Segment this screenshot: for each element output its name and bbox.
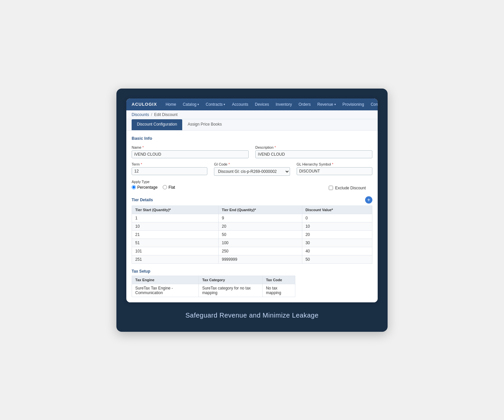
breadcrumb-edit-discount: Edit Discount — [154, 112, 178, 117]
nav-console[interactable]: Console — [367, 98, 378, 110]
gl-hierarchy-label: GL Hierarchy Symbol * — [297, 162, 372, 166]
tier-end: 50 — [218, 230, 302, 239]
nav-catalog[interactable]: Catalog ▾ — [180, 98, 202, 110]
nav-devices[interactable]: Devices — [252, 98, 273, 110]
term-input[interactable] — [132, 167, 207, 175]
radio-percentage[interactable]: Percentage — [132, 185, 157, 190]
tier-value: 50 — [302, 255, 372, 263]
name-field: Name * — [132, 145, 249, 158]
gl-code-label: Gl Code * — [214, 162, 290, 166]
name-description-row: Name * Description * — [132, 145, 372, 158]
table-row: 101 250 40 — [132, 247, 372, 255]
nav-revenue[interactable]: Revenue ▾ — [314, 98, 339, 110]
tier-col-start: Tier Start (Quantity)* — [132, 206, 219, 214]
table-row: 21 50 20 — [132, 230, 372, 239]
tier-end: 9999999 — [218, 255, 302, 263]
tier-value: 10 — [302, 222, 372, 230]
tier-details-section: Tier Details + Tier Start (Quantity)* Ti… — [132, 196, 372, 264]
breadcrumb: Discounts / Edit Discount — [126, 110, 378, 119]
chevron-down-icon: ▾ — [224, 103, 225, 106]
nav-contracts[interactable]: Contracts ▾ — [202, 98, 229, 110]
tier-value: 0 — [302, 214, 372, 222]
apply-type-label: Apply Type — [132, 180, 175, 184]
tier-header-row: Tier Details + — [132, 196, 372, 204]
navbar: ACULOGIX Home Catalog ▾ Contracts ▾ Acco… — [126, 98, 378, 110]
term-glcode-glhierarchy-row: Term * Gl Code * Discount Gl: cis-p-R269… — [132, 162, 372, 176]
tier-col-value: Discount Value* — [302, 206, 372, 214]
tax-col-code: Tax Code — [263, 276, 295, 284]
tier-table: Tier Start (Quantity)* Tier End (Quantit… — [132, 206, 372, 264]
add-tier-button[interactable]: + — [365, 196, 372, 204]
tier-end: 100 — [218, 239, 302, 247]
name-label: Name * — [132, 145, 249, 149]
nav-home[interactable]: Home — [162, 98, 180, 110]
tax-category: SureTax category for no tax mapping — [199, 284, 263, 297]
tier-end: 250 — [218, 247, 302, 255]
description-input[interactable] — [255, 150, 372, 158]
brand: ACULOGIX — [132, 102, 157, 107]
table-row: 51 100 30 — [132, 239, 372, 247]
apply-type-section: Apply Type Percentage Flat — [132, 180, 175, 190]
chevron-down-icon: ▾ — [197, 103, 199, 106]
gl-code-field: Gl Code * Discount Gl: cis-p-R269-000000… — [214, 162, 290, 176]
gl-hierarchy-field: GL Hierarchy Symbol * — [297, 162, 372, 176]
tab-discount-configuration[interactable]: Discount Configuration — [132, 119, 182, 130]
tax-table: Tax Engine Tax Category Tax Code SureTax… — [132, 276, 295, 297]
tier-end: 20 — [218, 222, 302, 230]
table-row: SureTax Tax Engine - Communication SureT… — [132, 284, 295, 297]
app-card: ACULOGIX Home Catalog ▾ Contracts ▾ Acco… — [126, 98, 378, 302]
apply-type-radio-group: Percentage Flat — [132, 185, 175, 190]
breadcrumb-separator: / — [151, 112, 152, 117]
tax-col-category: Tax Category — [199, 276, 263, 284]
tab-assign-price-books[interactable]: Assign Price Books — [182, 119, 227, 130]
table-row: 1 9 0 — [132, 214, 372, 222]
term-field: Term * — [132, 162, 207, 176]
term-label: Term * — [132, 162, 207, 166]
basic-info-title: Basic Info — [132, 136, 372, 141]
tax-col-engine: Tax Engine — [132, 276, 199, 284]
gl-code-select[interactable]: Discount Gl: cis-p-R269-0000002 — [214, 167, 290, 176]
tax-setup-title: Tax Setup — [132, 269, 372, 274]
tier-start: 21 — [132, 230, 219, 239]
tax-engine: SureTax Tax Engine - Communication — [132, 284, 199, 297]
description-field: Description * — [255, 145, 372, 158]
main-content: Basic Info Name * Description * — [126, 131, 378, 302]
exclude-discount-checkbox[interactable] — [329, 186, 333, 190]
tier-start: 1 — [132, 214, 219, 222]
breadcrumb-discounts-link[interactable]: Discounts — [132, 112, 149, 117]
nav-inventory[interactable]: Inventory — [272, 98, 295, 110]
gl-hierarchy-input[interactable] — [297, 167, 372, 175]
tab-bar: Discount Configuration Assign Price Book… — [126, 119, 378, 131]
tax-code: No tax mapping — [263, 284, 295, 297]
tier-end: 9 — [218, 214, 302, 222]
tax-setup-section: Tax Setup Tax Engine Tax Category Tax Co… — [132, 269, 372, 297]
radio-flat[interactable]: Flat — [163, 185, 175, 190]
tier-value: 30 — [302, 239, 372, 247]
tier-col-end: Tier End (Quantity)* — [218, 206, 302, 214]
tier-value: 20 — [302, 230, 372, 239]
tier-start: 10 — [132, 222, 219, 230]
tier-start: 51 — [132, 239, 219, 247]
nav-orders[interactable]: Orders — [295, 98, 314, 110]
tier-start: 251 — [132, 255, 219, 263]
name-input[interactable] — [132, 150, 249, 158]
tier-start: 101 — [132, 247, 219, 255]
tier-details-title: Tier Details — [132, 198, 153, 202]
nav-provisioning[interactable]: Provisioning — [339, 98, 367, 110]
nav-accounts[interactable]: Accounts — [229, 98, 251, 110]
table-row: 251 9999999 50 — [132, 255, 372, 263]
exclude-discount-row: Exclude Discount — [329, 186, 366, 190]
table-row: 10 20 10 — [132, 222, 372, 230]
description-label: Description * — [255, 145, 372, 149]
chevron-down-icon: ▾ — [334, 103, 336, 106]
tier-value: 40 — [302, 247, 372, 255]
outer-wrapper: ACULOGIX Home Catalog ▾ Contracts ▾ Acco… — [116, 89, 388, 332]
exclude-discount-label: Exclude Discount — [335, 186, 366, 190]
bottom-banner: Safeguard Revenue and Minimize Leakage — [126, 302, 378, 322]
